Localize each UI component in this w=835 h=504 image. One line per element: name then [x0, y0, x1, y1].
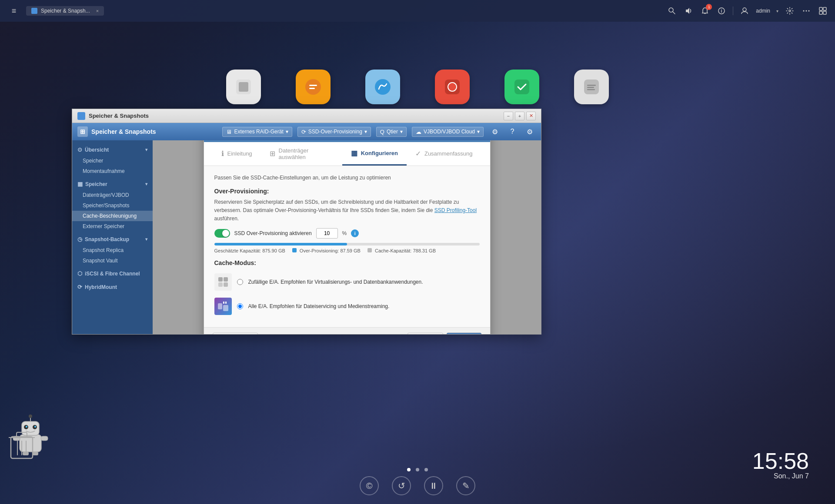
- app-icon-3[interactable]: [365, 70, 400, 104]
- toolbar-settings-icon[interactable]: ⚙: [524, 126, 536, 138]
- sidebar-header-iscsi[interactable]: ⬡ iSCSI & Fibre Channel: [72, 268, 153, 279]
- app-icon-5[interactable]: [504, 70, 539, 104]
- sidebar-hybrid-icon: ⟳: [77, 284, 82, 290]
- dialog-overlay: ⊞ SSD-Cache erstellen × ℹ Einleitung ⊞: [153, 140, 541, 334]
- back-button[interactable]: Zurück: [407, 333, 443, 334]
- all-io-icon: [214, 298, 232, 315]
- toolbar-qtier[interactable]: Q Qtier ▾: [376, 127, 407, 137]
- ssd-over-provisioning-toggle[interactable]: [214, 229, 230, 238]
- toolbar-external-raid[interactable]: 🖥 Externes RAID-Gerät ▾: [222, 127, 292, 137]
- taskbar-chevron[interactable]: ▾: [776, 9, 778, 13]
- app-toolbar: ⊞ Speicher & Snapshots 🖥 Externes RAID-G…: [72, 123, 541, 140]
- taskbar-settings-icon[interactable]: [785, 6, 795, 16]
- sidebar: ⊙ Übersicht ▾ Speicher Momentaufnahme ▦ …: [72, 140, 153, 334]
- window-minimize-button[interactable]: −: [504, 112, 513, 120]
- sidebar-item-momentaufnahme[interactable]: Momentaufnahme: [72, 166, 153, 176]
- sidebar-item-speicher-snapshots[interactable]: Speicher/Snapshots: [72, 200, 153, 211]
- capacity-labels: Geschätzte Kapazität: 875.90 GB Over-Pro…: [214, 248, 480, 253]
- footer-right-buttons: Zurück Weiter: [407, 333, 481, 334]
- svg-rect-47: [224, 277, 228, 282]
- taskbar-tab-app[interactable]: Speicher & Snapsh... ×: [26, 6, 104, 16]
- window-title-icon: [77, 112, 85, 120]
- sidebar-item-snapshot-vault[interactable]: Snapshot Vault: [72, 255, 153, 266]
- dot-1[interactable]: [407, 468, 411, 471]
- step-1-label: Einleitung: [227, 150, 252, 157]
- info-icon[interactable]: i: [351, 229, 359, 237]
- radio-random-io[interactable]: [237, 279, 243, 285]
- ssd-cache-dialog: ⊞ SSD-Cache erstellen × ℹ Einleitung ⊞: [204, 140, 491, 334]
- svg-rect-25: [587, 85, 596, 86]
- sidebar-header-speicher[interactable]: ▦ Speicher ▾: [72, 178, 153, 190]
- dot-indicators: [407, 468, 428, 471]
- svg-rect-50: [218, 303, 222, 309]
- random-io-icon: [214, 273, 232, 291]
- sidebar-item-cache[interactable]: Cache-Beschleunigung: [72, 211, 153, 221]
- taskbar-right-area: 1 i admin ▾: [667, 6, 828, 16]
- sidebar-item-datentraeger[interactable]: Datenträger/VJBOD: [72, 190, 153, 200]
- toolbar-tools-icon[interactable]: ⚙: [489, 126, 501, 138]
- trash-icon[interactable]: [9, 430, 35, 461]
- toolbar-vjbod[interactable]: ☁ VJBOD/VJBOD Cloud ▾: [412, 127, 484, 137]
- sidebar-header-snapshot[interactable]: ◷ Snapshot-Backup ▾: [72, 233, 153, 245]
- sidebar-item-speicher[interactable]: Speicher: [72, 156, 153, 166]
- radio-random-label: Zufällige E/A. Empfohlen für Virtualisie…: [248, 279, 423, 285]
- taskbar-volume-icon[interactable]: [683, 6, 694, 16]
- dock-icon-4[interactable]: ✎: [456, 476, 475, 495]
- taskbar-grid-icon[interactable]: [818, 6, 828, 16]
- dock: © ↺ ⏸ ✎: [360, 476, 475, 495]
- toolbar-ssd-over-provisioning[interactable]: ⟳ SSD-Over-Provisioning ▾: [297, 127, 371, 137]
- dock-icon-3[interactable]: ⏸: [424, 476, 443, 495]
- taskbar-user-icon[interactable]: [739, 6, 750, 16]
- clock-date: Son., Jun 7: [752, 472, 809, 480]
- toolbar-help-icon[interactable]: ?: [506, 126, 518, 138]
- cancel-button[interactable]: Abbrechen: [213, 333, 258, 334]
- svg-rect-39: [41, 436, 48, 441]
- dot-2[interactable]: [416, 468, 419, 471]
- svg-rect-19: [309, 88, 315, 89]
- app-icon-6[interactable]: [574, 70, 609, 104]
- step-2-icon: ⊞: [270, 149, 275, 158]
- sidebar-header-overview[interactable]: ⊙ Übersicht ▾: [72, 144, 153, 156]
- radio-all-io[interactable]: [237, 303, 243, 309]
- window-maximize-button[interactable]: +: [515, 112, 524, 120]
- window-close-button[interactable]: ✕: [526, 112, 536, 120]
- svg-rect-23: [514, 80, 529, 94]
- dock-icon-2[interactable]: ↺: [392, 476, 411, 495]
- ssd-profiling-link[interactable]: SSD Profiling-Tool: [434, 207, 477, 213]
- cache-option-all: Alle E/A. Empfohlen für Dateiservicing u…: [214, 294, 480, 318]
- sidebar-speicher-label: Speicher: [85, 181, 107, 187]
- sidebar-speicher-icon: ▦: [77, 181, 83, 187]
- svg-rect-13: [819, 11, 822, 14]
- sidebar-hybrid-label: HybridMount: [85, 284, 117, 290]
- svg-point-17: [305, 79, 321, 95]
- wizard-step-1[interactable]: ℹ Einleitung: [213, 142, 261, 166]
- wizard-steps: ℹ Einleitung ⊞ Datenträger auswählen ▦ K…: [204, 142, 490, 166]
- taskbar-search-icon[interactable]: [667, 6, 677, 16]
- app-icon-4[interactable]: [435, 70, 470, 104]
- desktop-area: 15:58 Son., Jun 7 © ↺ ⏸ ✎: [0, 22, 835, 504]
- taskbar-username[interactable]: admin: [756, 8, 770, 14]
- wizard-step-2[interactable]: ⊞ Datenträger auswählen: [261, 142, 342, 166]
- taskbar-info-icon[interactable]: i: [716, 6, 727, 16]
- dock-icon-1[interactable]: ©: [360, 476, 379, 495]
- over-provisioning-description: Reservieren Sie Speicherplatz auf den SS…: [214, 198, 480, 223]
- dot-3[interactable]: [424, 468, 428, 471]
- app-icon-2[interactable]: [296, 70, 331, 104]
- wizard-step-3[interactable]: ▦ Konfigurieren: [342, 142, 407, 166]
- taskbar-tab-close[interactable]: ×: [96, 8, 99, 13]
- provisioning-percent-input[interactable]: [316, 228, 338, 239]
- taskbar-more-icon[interactable]: [801, 6, 812, 16]
- sidebar-header-hybrid[interactable]: ⟳ HybridMount: [72, 281, 153, 293]
- sidebar-snapshot-label: Snapshot-Backup: [85, 236, 129, 242]
- sidebar-item-snapshot-replica[interactable]: Snapshot Replica: [72, 245, 153, 255]
- taskbar-menu-button[interactable]: ≡: [7, 4, 21, 18]
- taskbar-divider: [733, 7, 733, 15]
- wizard-step-4[interactable]: ✓ Zusammenfassung: [407, 142, 481, 166]
- app-icon-1[interactable]: [226, 70, 261, 104]
- sidebar-snapshot-chevron: ▾: [145, 237, 147, 242]
- app-title-area: ⊞ Speicher & Snapshots: [77, 126, 156, 137]
- taskbar-notification-icon[interactable]: 1: [700, 6, 710, 16]
- next-button[interactable]: Weiter: [447, 333, 481, 334]
- sidebar-item-externer[interactable]: Externer Speicher: [72, 221, 153, 232]
- dialog-subtitle: Passen Sie die SSD-Cache-Einstellungen a…: [214, 175, 480, 181]
